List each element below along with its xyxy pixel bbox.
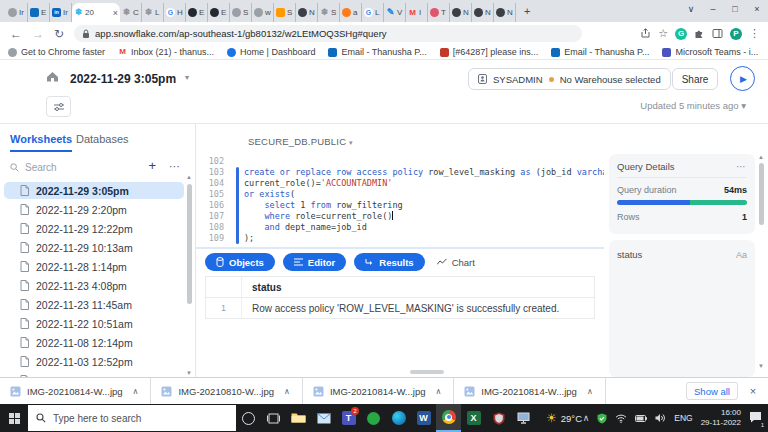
worksheet-list-item[interactable]: 2022-11-08 12:14pm — [4, 334, 184, 351]
context-chip[interactable]: SYSADMIN No Warehouse selected — [468, 68, 671, 90]
edge-button[interactable] — [386, 404, 411, 432]
bookmark-item[interactable]: Email - Thanusha P... — [551, 47, 649, 57]
file-explorer-button[interactable] — [286, 404, 311, 432]
bookmark-star-icon[interactable]: ☆ — [658, 27, 668, 40]
new-tab-button[interactable]: + — [524, 5, 530, 17]
new-worksheet-button[interactable]: + — [148, 158, 156, 173]
query-details-menu-icon[interactable]: ⋯ — [736, 161, 747, 172]
taskbar-search[interactable]: Type here to search — [28, 405, 236, 431]
worksheet-list-item[interactable]: 2022-11-29 2:20pm — [4, 201, 184, 218]
browser-tab[interactable]: a — [340, 3, 362, 22]
green-app-button[interactable] — [361, 404, 386, 432]
extensions-icon[interactable] — [694, 28, 705, 39]
sidebar-menu-icon[interactable]: ⋯ — [169, 160, 180, 173]
security-shield-icon[interactable] — [597, 413, 607, 424]
wifi-icon[interactable] — [615, 414, 627, 423]
weather-widget[interactable]: ☀ 29°C — [546, 411, 582, 425]
share-icon[interactable] — [640, 28, 651, 39]
filters-button[interactable] — [46, 96, 71, 117]
download-caret-icon[interactable]: ∧ — [435, 387, 441, 396]
browser-tab[interactable]: w — [252, 3, 274, 22]
browser-tab[interactable]: GH — [164, 3, 186, 22]
bookmark-item[interactable]: [#64287] please ins... — [440, 47, 539, 57]
clock[interactable]: 16:00 29-11-2022 — [701, 408, 741, 428]
panel-scroll-down-icon[interactable]: ▼ — [758, 363, 764, 369]
download-item[interactable]: IMG-20210814-W...jpg∧ — [0, 378, 151, 405]
table-row[interactable]: 1 Row access policy 'ROW_LEVEL_MASKING' … — [206, 298, 594, 319]
download-caret-icon[interactable]: ∧ — [133, 387, 139, 396]
minimize-button[interactable]: – — [702, 0, 724, 18]
speaker-icon[interactable] — [655, 413, 666, 423]
show-all-button[interactable]: Show all — [686, 382, 738, 400]
run-query-button[interactable]: ▶ — [730, 66, 755, 91]
menu-dots-icon[interactable]: ⋮ — [749, 27, 760, 40]
panel-scroll-up-icon[interactable]: ▲ — [758, 154, 764, 160]
tray-expand-icon[interactable]: ∧ — [583, 413, 590, 423]
language-indicator[interactable]: ENG — [674, 413, 692, 423]
browser-tab[interactable]: E — [186, 3, 208, 22]
scroll-up-icon[interactable]: ▲ — [186, 174, 192, 180]
reload-button[interactable]: ↻ — [54, 27, 64, 41]
chrome-button[interactable] — [436, 404, 461, 432]
browser-tab[interactable]: N — [296, 3, 318, 22]
download-item[interactable]: IMG-20210814-W...jpg∧ — [303, 378, 454, 405]
antivirus-button[interactable] — [486, 404, 511, 432]
maximize-button[interactable]: □ — [724, 0, 746, 18]
tab-editor[interactable]: Editor — [283, 253, 346, 271]
browser-tab[interactable]: ❄S — [318, 3, 340, 22]
worksheet-list-item[interactable]: 2022-11-28 1:14pm — [4, 258, 184, 275]
browser-tab[interactable]: N — [494, 3, 516, 22]
browser-tab[interactable]: ❄C — [120, 3, 142, 22]
start-button[interactable] — [0, 404, 28, 432]
browser-tab[interactable]: E — [208, 3, 230, 22]
download-caret-icon[interactable]: ∧ — [587, 387, 593, 396]
computer-button[interactable] — [511, 404, 536, 432]
bookmark-item[interactable]: Home | Dashboard — [227, 47, 315, 57]
browser-tab[interactable]: ❄L — [142, 3, 164, 22]
close-window-button[interactable]: × — [746, 0, 768, 18]
home-icon[interactable] — [46, 71, 59, 82]
browser-tab[interactable]: GL — [362, 3, 384, 22]
browser-tab[interactable]: inIr — [50, 3, 72, 22]
bookmark-item[interactable]: MInbox (21) - thanus... — [118, 47, 214, 57]
browser-tab[interactable]: N — [450, 3, 472, 22]
download-item[interactable]: IMG-20210810-W...jpg∧ — [151, 378, 302, 405]
worksheet-list-item[interactable]: 2022-11-23 4:08pm — [4, 277, 184, 294]
worksheet-list-item[interactable]: 2022-11-22 10:51am — [4, 315, 184, 332]
teams-button[interactable]: T 2 — [336, 404, 361, 432]
word-button[interactable]: W — [411, 404, 436, 432]
forward-button[interactable]: → — [32, 27, 44, 41]
bookmark-item[interactable]: Microsoft Teams - i... — [662, 47, 758, 57]
back-button[interactable]: ← — [10, 27, 22, 41]
notification-button[interactable]: 1 — [749, 409, 762, 427]
sidebar-search[interactable]: Search + ⋯ — [0, 156, 196, 178]
tab-databases[interactable]: Databases — [76, 133, 129, 145]
tab-results[interactable]: Results — [354, 253, 424, 271]
worksheet-list-item[interactable]: 2022-11-29 3:05pm — [4, 182, 184, 199]
download-caret-icon[interactable]: ∧ — [284, 387, 290, 396]
download-item[interactable]: IMG-20210814-W...jpg∧ — [454, 378, 605, 405]
grammarly-icon[interactable]: G — [675, 28, 687, 40]
profile-avatar[interactable]: P — [730, 28, 742, 40]
worksheet-list-item[interactable]: 2022-11-29 10:13am — [4, 239, 184, 256]
worksheet-list-item[interactable]: 2022-11-23 11:45am — [4, 296, 184, 313]
panel-scrollbar-thumb[interactable] — [759, 163, 764, 225]
side-panel-icon[interactable] — [712, 28, 723, 39]
browser-tab-active[interactable]: ❄20× — [72, 3, 120, 22]
bookmark-item[interactable]: Get to Chrome faster — [8, 47, 105, 57]
browser-tab[interactable]: Ir — [6, 3, 28, 22]
tab-worksheets[interactable]: Worksheets — [10, 133, 72, 152]
browser-tab[interactable]: ✎V — [384, 3, 406, 22]
battery-icon[interactable] — [635, 414, 647, 423]
sidebar-scrollbar[interactable]: ▲ ▼ — [187, 182, 192, 370]
worksheet-list-item[interactable]: 2022-11-03 12:52pm — [4, 353, 184, 370]
share-button[interactable]: Share — [672, 68, 718, 90]
scrollbar-thumb[interactable] — [187, 184, 192, 304]
horizontal-scrollbar-thumb[interactable] — [410, 370, 444, 374]
browser-tab[interactable]: T — [428, 3, 450, 22]
browser-tab[interactable]: S — [230, 3, 252, 22]
mail-button[interactable] — [311, 404, 336, 432]
browser-tab[interactable]: N — [472, 3, 494, 22]
browser-tab[interactable]: S — [274, 3, 296, 22]
scroll-down-icon[interactable]: ▼ — [186, 370, 192, 376]
